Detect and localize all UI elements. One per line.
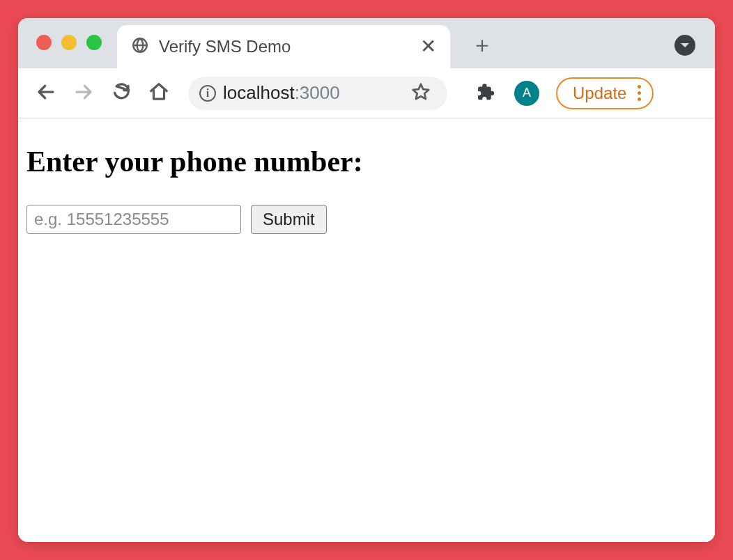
window-maximize-button[interactable] xyxy=(86,35,102,50)
update-button[interactable]: Update xyxy=(556,77,654,109)
url-port: :3000 xyxy=(295,82,340,104)
tab-strip: Verify SMS Demo ✕ ＋ xyxy=(18,18,715,68)
new-tab-button[interactable]: ＋ xyxy=(471,33,493,56)
extensions-button[interactable] xyxy=(470,78,500,109)
kebab-icon xyxy=(638,85,641,101)
back-button[interactable] xyxy=(31,78,61,109)
submit-button[interactable]: Submit xyxy=(251,205,327,234)
star-icon xyxy=(410,81,431,105)
browser-window: Verify SMS Demo ✕ ＋ xyxy=(18,18,715,542)
close-tab-button[interactable]: ✕ xyxy=(420,37,436,56)
bookmark-button[interactable] xyxy=(406,78,436,109)
phone-form: Submit xyxy=(26,205,707,234)
profile-avatar[interactable]: A xyxy=(514,81,539,106)
tab-search-button[interactable] xyxy=(674,35,695,56)
home-button[interactable] xyxy=(144,78,174,109)
url-display: localhost:3000 xyxy=(223,82,340,104)
info-icon: i xyxy=(206,88,209,99)
forward-button[interactable] xyxy=(68,78,99,109)
chevron-down-icon xyxy=(680,39,690,52)
globe-icon xyxy=(131,36,149,57)
reload-button[interactable] xyxy=(106,78,137,109)
traffic-lights xyxy=(36,35,102,50)
browser-toolbar: i localhost:3000 A Update xyxy=(18,68,715,118)
browser-tab-active[interactable]: Verify SMS Demo ✕ xyxy=(117,25,450,68)
puzzle-icon xyxy=(474,81,495,105)
arrow-right-icon xyxy=(73,81,94,105)
tab-title: Verify SMS Demo xyxy=(159,37,410,56)
window-close-button[interactable] xyxy=(36,35,52,50)
address-bar[interactable]: i localhost:3000 xyxy=(188,77,447,110)
site-info-button[interactable]: i xyxy=(199,85,216,102)
avatar-initial: A xyxy=(523,86,531,100)
page-heading: Enter your phone number: xyxy=(26,145,707,178)
arrow-left-icon xyxy=(36,81,56,105)
page-content: Enter your phone number: Submit xyxy=(18,118,715,542)
plus-icon: ＋ xyxy=(471,32,493,57)
url-host: localhost xyxy=(223,82,295,104)
home-icon xyxy=(148,81,169,105)
update-label: Update xyxy=(573,84,626,103)
reload-icon xyxy=(111,81,132,105)
phone-input[interactable] xyxy=(26,205,241,234)
window-minimize-button[interactable] xyxy=(61,35,77,50)
